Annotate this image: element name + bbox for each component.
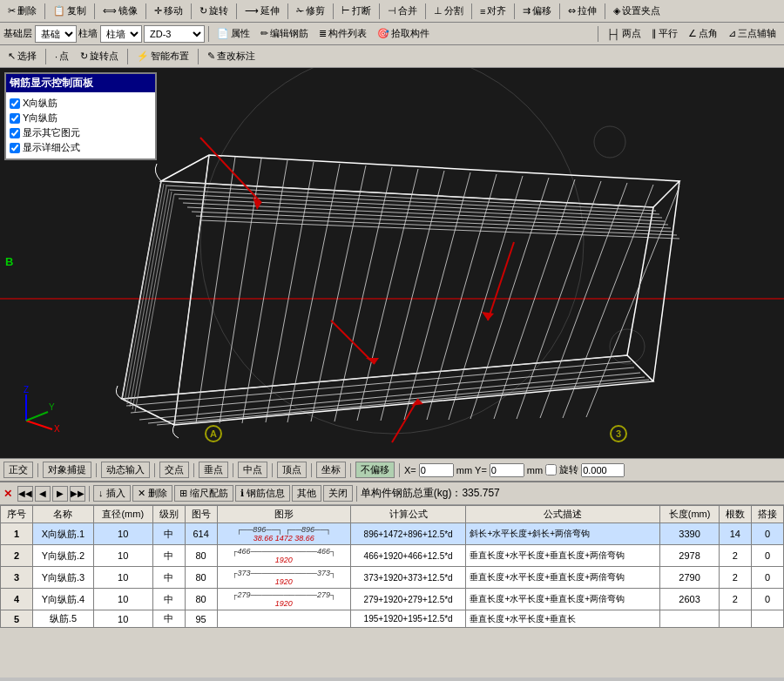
row-1-name: X向纵筋.1 [33, 523, 94, 545]
point-angle-button[interactable]: ∠ 点角 [684, 25, 722, 42]
rotate-checkbox[interactable] [545, 464, 557, 475]
table-row[interactable]: 5 纵筋.5 10 中 95 195+1920+195+12.5*d 垂直长度+… [1, 610, 784, 628]
row-5-formula: 195+1920+195+12.5*d [350, 610, 466, 628]
sep-s1 [37, 463, 38, 477]
sep-s7 [311, 463, 312, 477]
rebar-info-button[interactable]: ℹ 钢筋信息 [235, 485, 290, 502]
row-3-length: 2790 [660, 567, 720, 589]
pick-component-button[interactable]: 🎯 拾取构件 [373, 25, 434, 42]
vertex-button[interactable]: 顶点 [277, 462, 307, 478]
intersection-button[interactable]: 交点 [159, 462, 189, 478]
row-5-desc: 垂直长度+水平长度+垂直长 [466, 610, 660, 628]
row-1-shape: ┌──896──┐ ┌──896──┐ 38.66 1472 38.66 [217, 523, 350, 545]
midpoint-button[interactable]: 中点 [238, 462, 267, 478]
checkbox-y-rebar[interactable]: Y向纵筋 [10, 111, 152, 125]
rotate-label: 旋转 [559, 463, 578, 476]
x-input[interactable] [419, 463, 454, 477]
nav-last-button[interactable]: ▶▶ [70, 486, 85, 502]
checkbox-detail-formula[interactable]: 显示详细公式 [10, 140, 152, 155]
orthogonal-button[interactable]: 正交 [3, 462, 33, 478]
no-offset-button[interactable]: 不偏移 [355, 462, 395, 478]
table-row[interactable]: 4 Y向纵筋.4 10 中 80 ┌279────────────279┐ 19… [1, 589, 784, 610]
col-num: 序号 [1, 506, 33, 523]
nav-prev-button[interactable]: ◀ [35, 486, 51, 502]
detail-formula-checkbox[interactable] [10, 143, 20, 153]
three-point-button[interactable]: ⊿ 三点辅轴 [724, 25, 781, 42]
table-row[interactable]: 3 Y向纵筋.3 10 中 80 ┌373────────────373┐ 19… [1, 567, 784, 589]
split-button[interactable]: ⊥ 分割 [429, 3, 468, 19]
perpendicular-button[interactable]: 垂点 [199, 462, 228, 478]
edit-rebar-button[interactable]: ✏ 编辑钢筋 [256, 25, 313, 42]
insert-button[interactable]: ↓ 插入 [93, 485, 131, 502]
checkbox-x-rebar[interactable]: X向纵筋 [10, 96, 152, 111]
rotate-point-button[interactable]: ↻ 旋转点 [76, 48, 123, 64]
x-rebar-checkbox[interactable] [10, 98, 20, 109]
sep12 [559, 3, 560, 19]
merge-icon: ⊣ [388, 5, 396, 17]
svg-text:Y: Y [49, 402, 55, 412]
row-2-formula: 466+1920+466+12.5*d [350, 545, 466, 567]
table-row[interactable]: 2 Y向纵筋.2 10 中 80 ┌466────────────466┐ 19… [1, 545, 784, 567]
rebar-table[interactable]: 序号 名称 直径(mm) 级别 图号 图形 计算公式 公式描述 长度(mm) 根… [0, 505, 784, 678]
canvas-area[interactable]: 钢筋显示控制面板 X向纵筋 Y向纵筋 显示其它图元 显示详细公式 [0, 68, 784, 458]
row-3-fignum: 80 [185, 567, 217, 589]
code-select[interactable]: ZD-3 [144, 25, 205, 43]
other-button[interactable]: 其他 [292, 485, 321, 502]
delete-row-button[interactable]: ✕ 删除 [132, 485, 172, 502]
component-list-button[interactable]: ≣ 构件列表 [314, 25, 371, 42]
two-point-button[interactable]: ├┤ 两点 [602, 25, 645, 42]
merge-button[interactable]: ⊣ 合并 [383, 3, 422, 19]
layer-label: 基础层 [3, 27, 32, 40]
select-button[interactable]: ↖ 选择 [3, 48, 41, 64]
annotation-icon: ✎ [207, 51, 215, 62]
three-point-icon: ⊿ [728, 28, 736, 39]
smart-layout-button[interactable]: ⚡ 智能布置 [132, 48, 193, 64]
rotate-input[interactable] [581, 463, 625, 477]
rotate-point-icon: ↻ [80, 51, 88, 62]
close-button[interactable]: 关闭 [323, 485, 353, 502]
sep-t2-2 [598, 26, 598, 42]
mirror-button[interactable]: ⟺ 镜像 [98, 3, 142, 19]
dynamic-input-button[interactable]: 动态输入 [101, 462, 150, 478]
row-5-name: 纵筋.5 [33, 610, 94, 628]
nav-first-button[interactable]: ◀◀ [17, 486, 33, 502]
layer-select[interactable]: 基础 [35, 25, 77, 43]
other-elements-checkbox[interactable] [10, 128, 20, 138]
list-icon: ≣ [319, 28, 327, 39]
svg-line-62 [26, 421, 52, 429]
nav-next-button[interactable]: ▶ [52, 486, 68, 502]
table-row[interactable]: 1 X向纵筋.1 10 中 614 ┌──896──┐ ┌──896──┐ 38… [1, 523, 784, 545]
checkbox-other-elements[interactable]: 显示其它图元 [10, 125, 152, 140]
scale-rebar-button[interactable]: ⊞ 缩尺配筋 [174, 485, 233, 502]
grip-button[interactable]: ◈ 设置夹点 [609, 3, 665, 19]
trim-button[interactable]: ✁ 修剪 [292, 3, 329, 19]
copy-button[interactable]: 📋 复制 [49, 3, 91, 19]
offset-button[interactable]: ⇉ 偏移 [518, 3, 556, 19]
extend-button[interactable]: ⟶ 延伸 [240, 3, 284, 19]
element-select[interactable]: 柱墙 [100, 25, 142, 43]
delete-button[interactable]: ✂ 删除 [3, 3, 41, 19]
property-button[interactable]: 📄 属性 [213, 25, 254, 42]
point-button[interactable]: · 点 [51, 48, 73, 64]
snap-button[interactable]: 对象捕提 [43, 462, 91, 478]
move-button[interactable]: ✛ 移动 [150, 3, 187, 19]
coordinate-button[interactable]: 坐标 [316, 462, 346, 478]
row-4-formula: 279+1920+279+12.5*d [350, 589, 466, 610]
sep3 [145, 3, 146, 19]
row-3-num: 3 [1, 567, 33, 589]
total-weight-label: 单构件钢筋总重(kg)：335.757 [361, 486, 500, 501]
row-1-fignum: 614 [185, 523, 217, 545]
rotate-button[interactable]: ↻ 旋转 [195, 3, 233, 19]
stretch-button[interactable]: ⇔ 拉伸 [564, 3, 601, 19]
align-button[interactable]: ≡ 对齐 [476, 3, 510, 19]
break-button[interactable]: ⊢ 打断 [337, 3, 375, 19]
copy-icon: 📋 [53, 5, 65, 17]
row-5-grade: 中 [152, 610, 185, 628]
edit-annotation-button[interactable]: ✎ 查改标注 [203, 48, 260, 64]
y-input[interactable] [490, 463, 524, 477]
row-2-grade: 中 [152, 545, 185, 567]
smart-icon: ⚡ [137, 51, 149, 62]
y-rebar-checkbox[interactable] [10, 113, 20, 124]
extend-icon: ⟶ [245, 5, 259, 17]
parallel-button[interactable]: ∥ 平行 [647, 25, 682, 42]
